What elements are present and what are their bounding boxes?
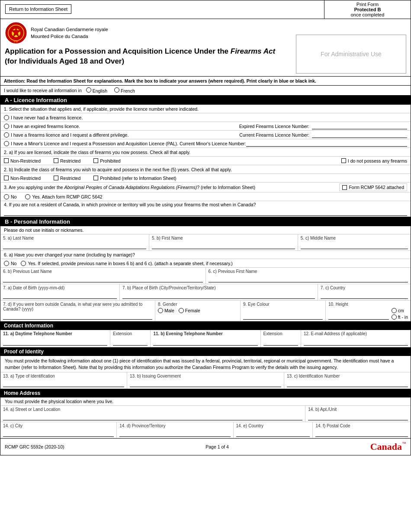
q6-no[interactable]: No bbox=[4, 261, 16, 266]
email-field[interactable] bbox=[304, 339, 408, 346]
section-a-header: A - Licence Information bbox=[0, 96, 411, 105]
height-options: cm ft - in bbox=[328, 308, 408, 320]
born-outside-cell: 7. d) If you were born outside Canada, i… bbox=[0, 301, 155, 321]
non-restricted-check1[interactable]: Non-Restricted bbox=[4, 158, 41, 163]
male-option[interactable]: Male bbox=[158, 308, 174, 313]
ext2-field[interactable] bbox=[263, 339, 298, 346]
non-restricted-checkbox2[interactable] bbox=[4, 176, 9, 180]
language-row: I would like to receive all information … bbox=[0, 86, 411, 96]
gender-cell: 8. Gender Male Female bbox=[155, 301, 241, 321]
prohibited-check1[interactable]: Prohibited bbox=[93, 158, 120, 163]
opt2-radio[interactable] bbox=[4, 124, 9, 129]
type-id-field[interactable] bbox=[3, 381, 124, 387]
no-possess-check[interactable]: I do not possess any firearms bbox=[341, 158, 407, 163]
q3-yes-radio[interactable] bbox=[25, 194, 30, 199]
eye-colour-field[interactable] bbox=[243, 309, 323, 320]
print-form-label[interactable]: Print Form bbox=[329, 2, 406, 7]
minor-licence-field[interactable] bbox=[246, 141, 407, 147]
ftin-option[interactable]: ft - in bbox=[392, 314, 408, 320]
admin-use-box: For Administrative Use bbox=[296, 35, 406, 74]
type-id-cell: 13. a) Type of Identification bbox=[0, 372, 127, 388]
province-field[interactable] bbox=[119, 431, 230, 437]
expired-licence-field[interactable] bbox=[312, 123, 407, 129]
prohibited-checkbox1[interactable] bbox=[93, 158, 98, 163]
dob-row: 7. a) Date of Birth (yyyy-mm-dd) 7. b) P… bbox=[0, 284, 411, 301]
restricted-check1[interactable]: Restricted bbox=[54, 158, 80, 163]
opt4-radio[interactable] bbox=[4, 141, 9, 146]
born-gender-row: 7. d) If you were born outside Canada, i… bbox=[0, 301, 411, 321]
ftin-radio[interactable] bbox=[392, 314, 397, 320]
postal-field[interactable] bbox=[315, 431, 408, 437]
logo-row: RCMP Royal Canadian Gendarmerie royale M… bbox=[5, 22, 292, 44]
top-bar-right: Print Form Protected B once completed bbox=[324, 0, 411, 19]
prev-first-field[interactable] bbox=[209, 276, 408, 282]
once-completed-label: once completed bbox=[329, 12, 406, 17]
issuing-gov-field[interactable] bbox=[130, 381, 281, 387]
q6-radio-row: No Yes. If selected, provide previous na… bbox=[0, 259, 411, 268]
height-units: cm ft - in bbox=[392, 308, 408, 320]
female-radio[interactable] bbox=[179, 308, 184, 313]
eye-colour-cell: 9. Eye Colour bbox=[241, 301, 326, 321]
q1-opt2-row: I have an expired firearms licence. Expi… bbox=[0, 122, 411, 131]
q3-yes[interactable]: Yes. Attach form RCMP GRC 5642 bbox=[25, 194, 102, 199]
form-attached-checkbox[interactable] bbox=[342, 185, 347, 190]
country-cell: 7. c) Country bbox=[318, 284, 411, 300]
non-restricted-check2[interactable]: Non-Restricted bbox=[4, 176, 41, 181]
return-button[interactable]: Return to Information Sheet bbox=[5, 4, 71, 14]
restricted-checkbox2[interactable] bbox=[54, 176, 58, 180]
street-row: 14. a) Street or Land Location 14. b) Ap… bbox=[0, 406, 411, 422]
french-option[interactable]: French bbox=[114, 87, 135, 93]
middle-name-field[interactable] bbox=[301, 243, 408, 249]
proof-fields-row: 13. a) Type of Identification 13. b) Iss… bbox=[0, 372, 411, 389]
language-prefix: I would like to receive all information … bbox=[4, 88, 82, 93]
french-radio[interactable] bbox=[114, 87, 119, 93]
prohibited-checkbox2[interactable] bbox=[93, 176, 98, 180]
q2a-options-row: Non-Restricted Restricted Prohibited I d… bbox=[0, 157, 411, 165]
form-number: RCMP GRC 5592e (2020-10) bbox=[5, 444, 64, 449]
daytime-tel-field[interactable] bbox=[3, 339, 107, 346]
country-addr-field[interactable] bbox=[236, 431, 310, 437]
city-field[interactable] bbox=[3, 431, 114, 437]
current-licence-field[interactable] bbox=[312, 132, 407, 138]
last-name-field[interactable] bbox=[3, 243, 146, 249]
first-name-field[interactable] bbox=[152, 243, 295, 249]
main-title: Application for a Possession and Acquisi… bbox=[5, 47, 292, 67]
q6-no-radio[interactable] bbox=[4, 261, 9, 266]
opt1-radio[interactable] bbox=[4, 115, 9, 120]
first-name-cell: 5. b) First Name bbox=[149, 234, 298, 250]
restricted-check2[interactable]: Restricted bbox=[54, 176, 80, 181]
country-field[interactable] bbox=[321, 293, 408, 299]
born-outside-field[interactable] bbox=[3, 314, 152, 320]
q6-yes-radio[interactable] bbox=[21, 261, 26, 266]
restricted-checkbox1[interactable] bbox=[54, 158, 58, 163]
english-radio[interactable] bbox=[86, 87, 91, 93]
q3-no[interactable]: No bbox=[4, 194, 16, 199]
prev-last-field[interactable] bbox=[3, 276, 203, 282]
id-number-field[interactable] bbox=[287, 381, 408, 387]
pob-field[interactable] bbox=[122, 293, 315, 299]
dob-field[interactable] bbox=[3, 293, 117, 299]
male-radio[interactable] bbox=[158, 308, 163, 313]
opt3-radio[interactable] bbox=[4, 132, 9, 138]
non-restricted-checkbox1[interactable] bbox=[4, 158, 9, 163]
prohibited-check2[interactable]: Prohibited (refer to Information Sheet) bbox=[93, 176, 176, 181]
postal-cell: 14. f) Postal Code bbox=[313, 422, 411, 438]
page-wrapper: Return to Information Sheet Print Form P… bbox=[0, 0, 411, 455]
header-left: RCMP Royal Canadian Gendarmerie royale M… bbox=[5, 22, 292, 74]
street-field[interactable] bbox=[3, 414, 302, 420]
q3-no-radio[interactable] bbox=[4, 194, 9, 199]
cm-radio[interactable] bbox=[392, 308, 397, 313]
english-option[interactable]: English bbox=[86, 87, 107, 93]
no-possess-checkbox[interactable] bbox=[341, 158, 346, 163]
evening-tel-field[interactable] bbox=[153, 339, 257, 346]
id-number-cell: 13. c) Identification Number bbox=[284, 372, 411, 388]
height-field[interactable] bbox=[328, 308, 389, 320]
q6-yes[interactable]: Yes. If selected, provide previous name … bbox=[21, 261, 232, 266]
q4-field[interactable] bbox=[4, 211, 407, 216]
cm-option[interactable]: cm bbox=[392, 308, 408, 313]
apt-field[interactable] bbox=[308, 414, 408, 420]
female-option[interactable]: Female bbox=[179, 308, 200, 313]
pob-cell: 7. b) Place of Birth (City/Province/Terr… bbox=[120, 284, 318, 300]
attention-text: Attention: Read the Information Sheet fo… bbox=[4, 78, 316, 83]
ext1-field[interactable] bbox=[113, 339, 148, 346]
